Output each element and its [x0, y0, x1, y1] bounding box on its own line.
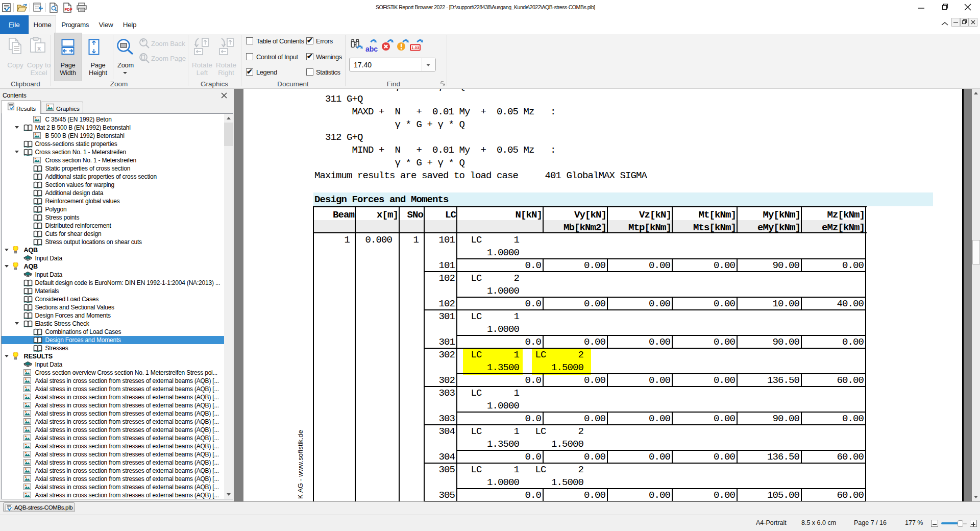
svg-text:abc: abc	[365, 45, 378, 53]
svg-text:PDF: PDF	[65, 7, 72, 12]
svg-text:1.03: 1.03	[411, 45, 420, 50]
svg-text:x: x	[37, 44, 41, 52]
